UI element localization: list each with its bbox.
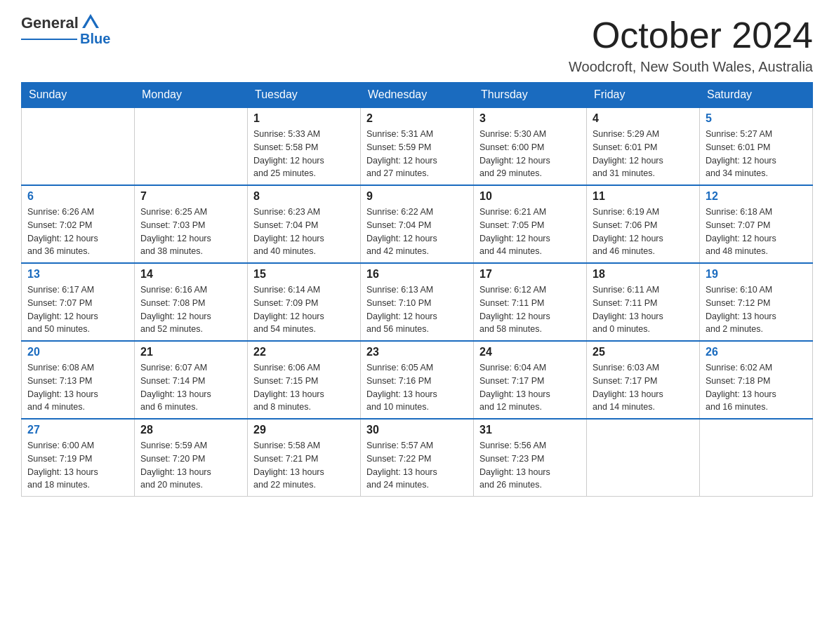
day-info: Sunrise: 6:07 AMSunset: 7:14 PMDaylight:… — [140, 361, 241, 414]
day-number: 14 — [140, 268, 241, 281]
logo-icon — [81, 13, 100, 32]
day-number: 12 — [706, 190, 807, 203]
day-info: Sunrise: 6:08 AMSunset: 7:13 PMDaylight:… — [27, 361, 128, 414]
day-info: Sunrise: 5:33 AMSunset: 5:58 PMDaylight:… — [253, 128, 355, 180]
calendar-cell: 10Sunrise: 6:21 AMSunset: 7:05 PMDayligh… — [474, 185, 587, 263]
calendar-cell: 5Sunrise: 5:27 AMSunset: 6:01 PMDaylight… — [700, 107, 813, 185]
calendar-cell: 4Sunrise: 5:29 AMSunset: 6:01 PMDaylight… — [587, 107, 700, 185]
week-row-3: 13Sunrise: 6:17 AMSunset: 7:07 PMDayligh… — [22, 263, 813, 341]
calendar-cell: 1Sunrise: 5:33 AMSunset: 5:58 PMDaylight… — [248, 107, 361, 185]
calendar-cell: 20Sunrise: 6:08 AMSunset: 7:13 PMDayligh… — [22, 341, 135, 419]
calendar-cell: 14Sunrise: 6:16 AMSunset: 7:08 PMDayligh… — [135, 263, 248, 341]
day-number: 31 — [479, 424, 581, 436]
logo-general-text: General — [21, 14, 79, 32]
calendar-cell: 2Sunrise: 5:31 AMSunset: 5:59 PMDaylight… — [361, 107, 474, 185]
title-block: October 2024 Woodcroft, New South Wales,… — [569, 14, 813, 75]
day-info: Sunrise: 6:00 AMSunset: 7:19 PMDaylight:… — [27, 439, 128, 492]
calendar-cell: 3Sunrise: 5:30 AMSunset: 6:00 PMDaylight… — [474, 107, 587, 185]
calendar-cell: 23Sunrise: 6:05 AMSunset: 7:16 PMDayligh… — [361, 341, 474, 419]
day-number: 25 — [593, 346, 694, 358]
day-number: 18 — [593, 268, 694, 281]
calendar-cell — [700, 419, 813, 497]
day-info: Sunrise: 5:58 AMSunset: 7:21 PMDaylight:… — [253, 439, 355, 492]
calendar-cell: 26Sunrise: 6:02 AMSunset: 7:18 PMDayligh… — [700, 341, 813, 419]
day-info: Sunrise: 6:14 AMSunset: 7:09 PMDaylight:… — [253, 283, 355, 336]
day-number: 23 — [366, 346, 468, 358]
day-number: 30 — [366, 424, 468, 436]
calendar-cell: 28Sunrise: 5:59 AMSunset: 7:20 PMDayligh… — [135, 419, 248, 497]
calendar-cell: 25Sunrise: 6:03 AMSunset: 7:17 PMDayligh… — [587, 341, 700, 419]
day-number: 6 — [27, 190, 128, 203]
calendar-cell: 18Sunrise: 6:11 AMSunset: 7:11 PMDayligh… — [587, 263, 700, 341]
day-number: 2 — [366, 112, 468, 125]
calendar-cell: 15Sunrise: 6:14 AMSunset: 7:09 PMDayligh… — [248, 263, 361, 341]
col-header-sunday: Sunday — [22, 83, 135, 108]
day-info: Sunrise: 6:10 AMSunset: 7:12 PMDaylight:… — [706, 283, 807, 336]
day-number: 27 — [27, 424, 128, 436]
logo: General Blue — [21, 14, 110, 47]
day-info: Sunrise: 5:31 AMSunset: 5:59 PMDaylight:… — [366, 128, 468, 180]
day-info: Sunrise: 6:18 AMSunset: 7:07 PMDaylight:… — [706, 206, 807, 258]
day-number: 4 — [593, 112, 694, 125]
day-number: 15 — [253, 268, 355, 281]
calendar-cell: 24Sunrise: 6:04 AMSunset: 7:17 PMDayligh… — [474, 341, 587, 419]
day-number: 9 — [366, 190, 468, 203]
day-number: 7 — [140, 190, 241, 203]
day-number: 10 — [479, 190, 581, 203]
day-info: Sunrise: 6:03 AMSunset: 7:17 PMDaylight:… — [593, 361, 694, 414]
day-info: Sunrise: 6:19 AMSunset: 7:06 PMDaylight:… — [593, 206, 694, 258]
calendar-cell: 16Sunrise: 6:13 AMSunset: 7:10 PMDayligh… — [361, 263, 474, 341]
day-number: 19 — [706, 268, 807, 281]
day-info: Sunrise: 5:59 AMSunset: 7:20 PMDaylight:… — [140, 439, 241, 492]
day-info: Sunrise: 6:25 AMSunset: 7:03 PMDaylight:… — [140, 206, 241, 258]
calendar-cell: 11Sunrise: 6:19 AMSunset: 7:06 PMDayligh… — [587, 185, 700, 263]
col-header-thursday: Thursday — [474, 83, 587, 108]
day-info: Sunrise: 6:04 AMSunset: 7:17 PMDaylight:… — [479, 361, 581, 414]
calendar-table: SundayMondayTuesdayWednesdayThursdayFrid… — [21, 82, 813, 497]
day-number: 29 — [253, 424, 355, 436]
day-number: 3 — [479, 112, 581, 125]
day-info: Sunrise: 5:27 AMSunset: 6:01 PMDaylight:… — [706, 128, 807, 180]
day-info: Sunrise: 6:05 AMSunset: 7:16 PMDaylight:… — [366, 361, 468, 414]
day-number: 26 — [706, 346, 807, 358]
day-info: Sunrise: 6:06 AMSunset: 7:15 PMDaylight:… — [253, 361, 355, 414]
week-row-4: 20Sunrise: 6:08 AMSunset: 7:13 PMDayligh… — [22, 341, 813, 419]
calendar-cell: 19Sunrise: 6:10 AMSunset: 7:12 PMDayligh… — [700, 263, 813, 341]
logo-blue-text: Blue — [80, 31, 110, 47]
day-info: Sunrise: 5:30 AMSunset: 6:00 PMDaylight:… — [479, 128, 581, 180]
calendar-cell — [587, 419, 700, 497]
day-number: 11 — [593, 190, 694, 203]
day-number: 17 — [479, 268, 581, 281]
day-number: 13 — [27, 268, 128, 281]
calendar-cell — [135, 107, 248, 185]
day-info: Sunrise: 6:02 AMSunset: 7:18 PMDaylight:… — [706, 361, 807, 414]
col-header-saturday: Saturday — [700, 83, 813, 108]
page-header: General Blue October 2024 Woodcroft, New… — [21, 14, 813, 75]
day-info: Sunrise: 6:23 AMSunset: 7:04 PMDaylight:… — [253, 206, 355, 258]
calendar-cell: 12Sunrise: 6:18 AMSunset: 7:07 PMDayligh… — [700, 185, 813, 263]
month-title: October 2024 — [569, 14, 813, 56]
calendar-cell: 30Sunrise: 5:57 AMSunset: 7:22 PMDayligh… — [361, 419, 474, 497]
day-number: 28 — [140, 424, 241, 436]
day-number: 1 — [253, 112, 355, 125]
header-row: SundayMondayTuesdayWednesdayThursdayFrid… — [22, 83, 813, 108]
day-info: Sunrise: 6:16 AMSunset: 7:08 PMDaylight:… — [140, 283, 241, 336]
day-number: 21 — [140, 346, 241, 358]
day-info: Sunrise: 5:57 AMSunset: 7:22 PMDaylight:… — [366, 439, 468, 492]
calendar-cell: 9Sunrise: 6:22 AMSunset: 7:04 PMDaylight… — [361, 185, 474, 263]
calendar-cell: 27Sunrise: 6:00 AMSunset: 7:19 PMDayligh… — [22, 419, 135, 497]
calendar-cell: 22Sunrise: 6:06 AMSunset: 7:15 PMDayligh… — [248, 341, 361, 419]
day-info: Sunrise: 6:17 AMSunset: 7:07 PMDaylight:… — [27, 283, 128, 336]
col-header-friday: Friday — [587, 83, 700, 108]
col-header-wednesday: Wednesday — [361, 83, 474, 108]
day-number: 16 — [366, 268, 468, 281]
col-header-tuesday: Tuesday — [248, 83, 361, 108]
day-info: Sunrise: 6:21 AMSunset: 7:05 PMDaylight:… — [479, 206, 581, 258]
day-number: 8 — [253, 190, 355, 203]
day-info: Sunrise: 5:29 AMSunset: 6:01 PMDaylight:… — [593, 128, 694, 180]
col-header-monday: Monday — [135, 83, 248, 108]
week-row-2: 6Sunrise: 6:26 AMSunset: 7:02 PMDaylight… — [22, 185, 813, 263]
day-info: Sunrise: 6:22 AMSunset: 7:04 PMDaylight:… — [366, 206, 468, 258]
location-title: Woodcroft, New South Wales, Australia — [569, 59, 813, 75]
day-info: Sunrise: 6:13 AMSunset: 7:10 PMDaylight:… — [366, 283, 468, 336]
